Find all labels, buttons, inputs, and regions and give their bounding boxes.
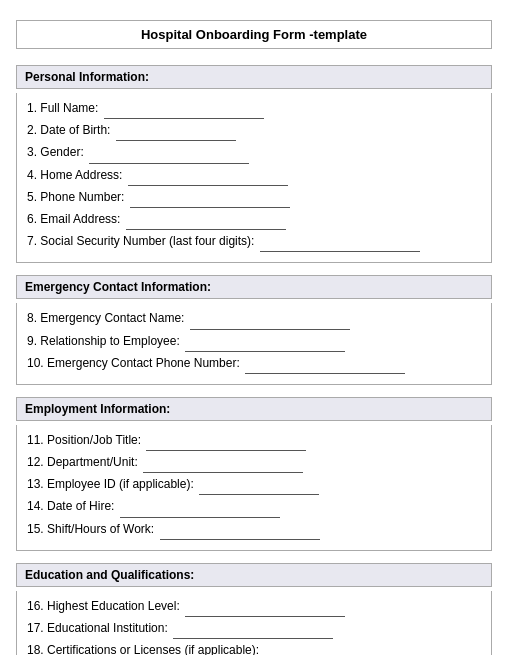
field-row: 11. Position/Job Title:	[27, 431, 481, 451]
section-header-employment: Employment Information:	[16, 397, 492, 421]
field-underline[interactable]	[185, 332, 345, 352]
field-row: 8. Emergency Contact Name:	[27, 309, 481, 329]
field-row: 5. Phone Number:	[27, 188, 481, 208]
section-content-emergency: 8. Emergency Contact Name: 9. Relationsh…	[16, 303, 492, 385]
field-underline[interactable]	[160, 520, 320, 540]
field-row: 17. Educational Institution:	[27, 619, 481, 639]
field-underline[interactable]	[245, 354, 405, 374]
field-underline[interactable]	[89, 143, 249, 163]
field-row: 18. Certifications or Licenses (if appli…	[27, 641, 481, 655]
section-header-education: Education and Qualifications:	[16, 563, 492, 587]
field-row: 7. Social Security Number (last four dig…	[27, 232, 481, 252]
section-header-personal: Personal Information:	[16, 65, 492, 89]
field-row: 12. Department/Unit:	[27, 453, 481, 473]
field-underline[interactable]	[128, 166, 288, 186]
page: Hospital Onboarding Form -template Perso…	[0, 0, 508, 655]
field-underline[interactable]	[190, 309, 350, 329]
field-underline[interactable]	[120, 497, 280, 517]
field-row: 16. Highest Education Level:	[27, 597, 481, 617]
field-underline[interactable]	[146, 431, 306, 451]
field-underline[interactable]	[126, 210, 286, 230]
field-row: 1. Full Name:	[27, 99, 481, 119]
section-header-emergency: Emergency Contact Information:	[16, 275, 492, 299]
field-row: 2. Date of Birth:	[27, 121, 481, 141]
field-row: 4. Home Address:	[27, 166, 481, 186]
field-underline[interactable]	[260, 232, 420, 252]
field-underline[interactable]	[185, 597, 345, 617]
field-row: 6. Email Address:	[27, 210, 481, 230]
field-row: 15. Shift/Hours of Work:	[27, 520, 481, 540]
field-underline[interactable]	[130, 188, 290, 208]
field-underline[interactable]	[199, 475, 319, 495]
field-row: 9. Relationship to Employee:	[27, 332, 481, 352]
page-title: Hospital Onboarding Form -template	[16, 20, 492, 49]
field-underline[interactable]	[173, 619, 333, 639]
section-content-personal: 1. Full Name: 2. Date of Birth: 3. Gende…	[16, 93, 492, 263]
field-underline[interactable]	[143, 453, 303, 473]
field-underline[interactable]	[104, 99, 264, 119]
field-row: 14. Date of Hire:	[27, 497, 481, 517]
section-content-education: 16. Highest Education Level: 17. Educati…	[16, 591, 492, 655]
field-row: 13. Employee ID (if applicable):	[27, 475, 481, 495]
section-content-employment: 11. Position/Job Title: 12. Department/U…	[16, 425, 492, 551]
field-row: 10. Emergency Contact Phone Number:	[27, 354, 481, 374]
field-underline[interactable]	[264, 641, 384, 655]
field-underline[interactable]	[116, 121, 236, 141]
field-row: 3. Gender:	[27, 143, 481, 163]
